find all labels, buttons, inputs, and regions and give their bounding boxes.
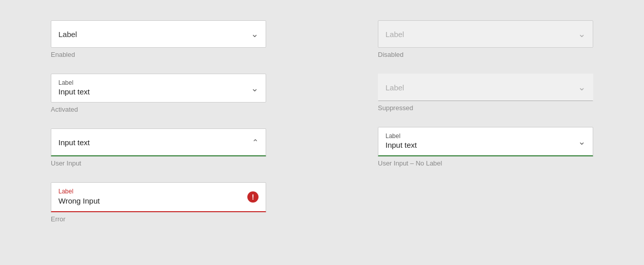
enabled-chevron-icon	[251, 28, 259, 40]
main-layout: Label Enabled Label Input text Activated…	[51, 20, 593, 223]
user-input-nolabel-state-label: User Input – No Label	[378, 159, 593, 167]
user-input-nolabel-value: Input text	[385, 140, 572, 150]
activated-group: Label Input text Activated	[51, 74, 266, 113]
user-input-chevron-icon	[252, 138, 259, 147]
left-column: Label Enabled Label Input text Activated…	[51, 20, 266, 223]
user-input-select-inner: Input text	[51, 129, 266, 155]
suppressed-select-inner: Label	[378, 74, 593, 101]
right-column: Label Disabled Label Suppressed Label In…	[378, 20, 593, 223]
user-input-value: Input text	[58, 137, 245, 148]
error-icon: !	[247, 191, 259, 203]
user-input-nolabel-inner: Label Input text	[378, 127, 593, 155]
activated-select[interactable]: Label Input text	[51, 74, 266, 103]
suppressed-placeholder: Label	[385, 82, 572, 93]
user-input-nolabel-chevron-icon	[578, 136, 586, 147]
error-label: Label	[58, 188, 245, 195]
activated-state-label: Activated	[51, 106, 266, 113]
disabled-chevron-icon	[578, 28, 586, 40]
error-value: Wrong Input	[58, 195, 245, 206]
activated-select-inner: Label Input text	[51, 74, 266, 102]
error-state-label: Error	[51, 215, 266, 223]
disabled-group: Label Disabled	[378, 20, 593, 58]
enabled-select[interactable]: Label	[51, 20, 266, 48]
error-select-inner: Label Wrong Input	[51, 183, 266, 211]
activated-value: Input text	[58, 86, 245, 97]
disabled-select: Label	[378, 20, 593, 48]
enabled-group: Label Enabled	[51, 20, 266, 58]
enabled-select-inner: Label	[51, 21, 266, 47]
enabled-state-label: Enabled	[51, 51, 266, 58]
activated-chevron-icon	[251, 83, 259, 94]
user-input-nolabel-group: Label Input text User Input – No Label	[378, 127, 593, 167]
error-group: Label Wrong Input ! Error	[51, 182, 266, 222]
suppressed-chevron-icon	[578, 82, 586, 93]
user-input-state-label: User Input	[51, 159, 266, 167]
suppressed-group: Label Suppressed	[378, 74, 593, 112]
disabled-state-label: Disabled	[378, 51, 593, 58]
disabled-select-inner: Label	[378, 21, 593, 47]
enabled-placeholder: Label	[58, 29, 245, 40]
activated-label: Label	[58, 79, 245, 86]
suppressed-select: Label	[378, 74, 593, 101]
error-select[interactable]: Label Wrong Input !	[51, 182, 266, 212]
disabled-placeholder: Label	[385, 29, 572, 40]
user-input-select[interactable]: Input text	[51, 128, 266, 156]
user-input-nolabel-select[interactable]: Label Input text	[378, 127, 593, 156]
user-input-group: Input text User Input	[51, 128, 266, 167]
user-input-nolabel-label: Label	[385, 132, 572, 140]
suppressed-state-label: Suppressed	[378, 104, 593, 112]
